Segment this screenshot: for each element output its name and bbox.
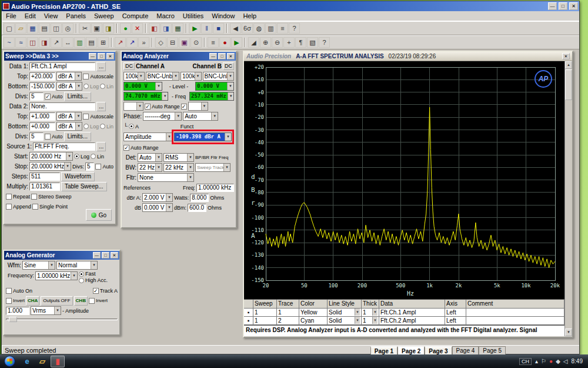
chevron-down-icon[interactable] <box>227 82 233 90</box>
data2-log-radio[interactable] <box>83 124 89 129</box>
toolbar-zoom-out-icon[interactable]: ⊖ <box>272 37 283 48</box>
chevron-down-icon[interactable] <box>155 164 162 171</box>
chevron-down-icon[interactable] <box>91 261 97 269</box>
toolbar-meters-icon[interactable]: ◍ <box>253 23 265 34</box>
funct-channel-a-radio[interactable] <box>129 124 134 129</box>
cell-sweep[interactable]: 1 <box>253 309 277 317</box>
cell-comment[interactable] <box>466 309 564 317</box>
repeat-checkbox[interactable] <box>6 194 12 200</box>
chevron-down-icon[interactable] <box>187 154 193 161</box>
track-a-checkbox[interactable] <box>93 288 99 294</box>
reading-auto-range-checkbox[interactable] <box>123 145 129 151</box>
menu-view[interactable]: View <box>40 12 62 20</box>
chevron-down-icon[interactable] <box>172 72 179 80</box>
chevron-down-icon[interactable] <box>187 174 193 181</box>
cell-color[interactable]: Cyan <box>299 317 328 325</box>
toolbar-record-macro-icon[interactable]: ● <box>219 37 230 48</box>
amplitude-reading[interactable]: -109.398 dBr A <box>174 132 232 141</box>
toolbar-sweep-settings-panel-icon[interactable]: ↗ <box>51 37 62 48</box>
data2-input[interactable]: None. <box>29 102 95 111</box>
toolbar-macro-panel-icon[interactable]: ≡ <box>208 37 219 48</box>
sweep-minimize-button[interactable]: — <box>89 53 96 59</box>
auto-on-checkbox[interactable] <box>6 288 12 294</box>
dropdown-arrow-icon[interactable]: ▼ <box>355 317 360 324</box>
dropdown-arrow-icon[interactable]: ▼ <box>372 317 377 324</box>
range-a-select[interactable] <box>123 102 143 111</box>
chevron-down-icon[interactable] <box>225 133 231 141</box>
internet-explorer-icon[interactable]: e <box>20 356 34 367</box>
data2-top-unit-select[interactable]: dBr A <box>56 112 82 121</box>
chevron-down-icon[interactable] <box>71 272 77 280</box>
toolbar-digital-generator-panel-icon[interactable]: ≈ <box>15 37 26 48</box>
data1-bottom-input[interactable]: -150.000 <box>29 82 55 91</box>
chevron-down-icon[interactable] <box>187 164 193 171</box>
auto-range-a-checkbox[interactable] <box>145 104 151 110</box>
source-divs-auto-checkbox[interactable] <box>95 164 101 170</box>
chevron-down-icon[interactable] <box>166 204 172 211</box>
source1-browse-button[interactable]: ... <box>96 142 106 151</box>
language-indicator[interactable]: CH <box>519 358 532 365</box>
source-log-radio[interactable] <box>74 154 79 159</box>
chb-button[interactable]: CHB <box>74 296 88 306</box>
high-acc-radio[interactable] <box>79 278 84 283</box>
chevron-down-icon[interactable] <box>75 82 82 90</box>
toolbar-play-icon[interactable]: ▶ <box>189 23 201 34</box>
cell-line-style[interactable]: Solid▼ <box>328 317 362 325</box>
scroll-up-icon[interactable]: ▲ <box>565 61 572 69</box>
fast-radio[interactable] <box>79 271 84 277</box>
toolbar-pause-icon[interactable]: ‖ <box>201 23 212 34</box>
data2-bottom-unit-select[interactable]: dBr A <box>56 122 82 131</box>
data1-top-input[interactable]: +20.000 <box>29 72 55 81</box>
sweep-panel-titlebar[interactable]: Sweep >>Data 3 >> — □ ✕ <box>4 52 115 61</box>
data2-lin-radio[interactable] <box>100 124 105 129</box>
menu-help[interactable]: Help <box>239 12 260 20</box>
cell-line-style[interactable]: Solid▼ <box>328 309 362 317</box>
data1-limits-button[interactable]: Limits... <box>64 92 91 101</box>
analyzer-minimize-button[interactable]: — <box>209 53 217 59</box>
wfm-mode-select[interactable]: Normal <box>56 261 98 270</box>
cell-trace[interactable]: 2 <box>277 317 299 325</box>
source1-input[interactable]: Fft.FFT Freq. <box>33 142 95 151</box>
go-button[interactable]: Go <box>86 209 112 221</box>
toolbar-analog-analyzer-panel-icon[interactable]: ◫ <box>27 37 38 48</box>
chevron-down-icon[interactable] <box>75 112 81 120</box>
amplitude-input[interactable]: 1.000 <box>6 307 29 315</box>
waveform-button[interactable]: Waveform <box>61 172 95 181</box>
det-select[interactable]: Auto <box>138 153 162 162</box>
toolbar-data-editor-panel-icon[interactable]: ⊞ <box>98 37 109 48</box>
function-select[interactable]: Amplitude <box>123 132 173 141</box>
taskbar-clock[interactable]: 8:49 <box>572 358 583 364</box>
generator-close-button[interactable]: ✕ <box>111 252 118 258</box>
dc-coupling-b-button[interactable]: DC <box>223 62 234 70</box>
scrollbar-thumb[interactable] <box>565 69 572 100</box>
chevron-down-icon[interactable] <box>64 163 71 170</box>
toolbar-switcher-panel-icon[interactable]: ⊟ <box>167 37 178 48</box>
toolbar-cut-icon[interactable]: ✂ <box>79 23 91 34</box>
cell-axis[interactable]: Left <box>445 309 466 317</box>
toolbar-dcx-panel-icon[interactable]: ◇ <box>155 37 166 48</box>
menu-compute[interactable]: Compute <box>118 12 153 20</box>
row-select-icon[interactable]: ▪ <box>244 317 253 325</box>
scroll-down-icon[interactable]: ▼ <box>565 329 572 336</box>
auto-range-b-checkbox[interactable] <box>181 104 187 110</box>
amplitude-unit-select[interactable]: Vrms <box>31 306 61 315</box>
cha-button[interactable]: CHA <box>26 296 39 306</box>
graph-titlebar[interactable]: Audio Precision A-A FFT SPECTRUM ANALYSI… <box>244 52 572 61</box>
cell-data[interactable]: Fft.Ch.1 Ampl <box>379 309 445 317</box>
chevron-down-icon[interactable] <box>48 261 55 269</box>
network-icon[interactable]: ◆ <box>556 358 560 364</box>
toolbar-data-editor-icon[interactable]: ≡ <box>277 23 288 34</box>
toolbar-sweep-stop-icon[interactable]: ✕ <box>132 23 143 34</box>
toolbar-zoom-tool-icon[interactable]: ◎ <box>62 23 74 34</box>
toolbar-comment-panel-icon[interactable]: ¶ <box>295 37 306 48</box>
data1-autoscale-checkbox[interactable] <box>83 74 89 79</box>
input-a-select[interactable]: BNC-Unbal <box>146 72 179 81</box>
toolbar-dsp-panel-icon[interactable]: ▣ <box>179 37 190 48</box>
chevron-down-icon[interactable] <box>166 194 172 201</box>
volume-icon[interactable]: ◁ <box>563 358 568 364</box>
sweep-close-button[interactable]: ✕ <box>106 53 114 59</box>
append-checkbox[interactable] <box>6 204 12 210</box>
chevron-down-icon[interactable] <box>162 92 168 100</box>
stereo-sweep-checkbox[interactable] <box>31 194 37 200</box>
window-maximize-button[interactable]: □ <box>559 2 567 10</box>
